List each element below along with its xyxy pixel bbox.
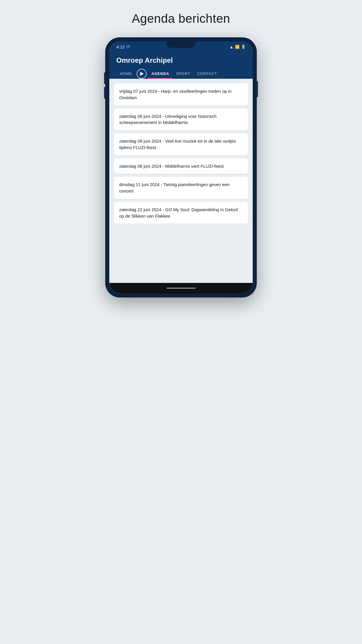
app-title: Omroep Archipel: [116, 56, 246, 64]
agenda-item-4[interactable]: zaterdag 08 juni 2024 - Middelharnis vie…: [114, 158, 248, 174]
phone-bottom-bar: [109, 283, 253, 293]
signal-icon: 📶: [235, 45, 240, 49]
agenda-item-2[interactable]: zaterdag 08 juni 2024 - Uitnodiging voor…: [114, 108, 248, 131]
agenda-item-3-text: zaterdag 08 juni 2024 - Veel live muziek…: [119, 139, 236, 150]
time-display: 4:12: [116, 44, 125, 49]
status-bar: 4:12 ⏱ ▲ 📶 🔋: [109, 41, 253, 52]
play-icon: [140, 72, 144, 76]
tab-home[interactable]: HOME: [116, 69, 136, 79]
status-time: 4:12 ⏱: [116, 44, 130, 49]
page-title: Agenda berichten: [132, 12, 230, 26]
battery-icon: 🔋: [241, 45, 246, 49]
volume-button-down: [104, 87, 106, 99]
agenda-item-3[interactable]: zaterdag 08 juni 2024 - Veel live muziek…: [114, 133, 248, 155]
tab-sport[interactable]: SPORT: [173, 69, 194, 79]
agenda-item-1[interactable]: vrijdag 07 juni 2024 - Harp- en vioollee…: [114, 83, 248, 106]
agenda-item-4-text: zaterdag 08 juni 2024 - Middelharnis vie…: [119, 164, 224, 169]
play-button[interactable]: [137, 69, 147, 79]
content-area: vrijdag 07 juni 2024 - Harp- en vioollee…: [109, 79, 253, 283]
clock-icon: ⏱: [126, 45, 130, 49]
phone-screen: 4:12 ⏱ ▲ 📶 🔋 Omroep Archipel HOME: [109, 41, 253, 293]
volume-button-up: [104, 72, 106, 84]
tab-agenda[interactable]: AGENDA: [148, 69, 173, 79]
agenda-item-1-text: vrijdag 07 juni 2024 - Harp- en vioollee…: [119, 89, 231, 100]
app-header: Omroep Archipel HOME AGENDA SPORT CONTAC…: [109, 52, 253, 79]
phone-frame: 4:12 ⏱ ▲ 📶 🔋 Omroep Archipel HOME: [105, 37, 257, 298]
home-indicator[interactable]: [166, 288, 196, 289]
notch: [166, 41, 196, 48]
status-icons: ▲ 📶 🔋: [229, 45, 246, 49]
nav-tabs: HOME AGENDA SPORT CONTACT: [116, 69, 246, 79]
wifi-icon: ▲: [229, 45, 233, 49]
agenda-item-5[interactable]: dinsdag 11 juni 2024 - Twintig pianoleer…: [114, 177, 248, 199]
agenda-item-5-text: dinsdag 11 juni 2024 - Twintig pianoleer…: [119, 182, 229, 193]
power-button: [256, 81, 258, 97]
agenda-item-2-text: zaterdag 08 juni 2024 - Uitnodiging voor…: [119, 114, 217, 125]
agenda-item-6[interactable]: zaterdag 22 juni 2024 - GO My Soul: Dagw…: [114, 202, 248, 224]
tab-contact[interactable]: CONTACT: [194, 69, 220, 79]
agenda-item-6-text: zaterdag 22 juni 2024 - GO My Soul: Dagw…: [119, 207, 238, 218]
